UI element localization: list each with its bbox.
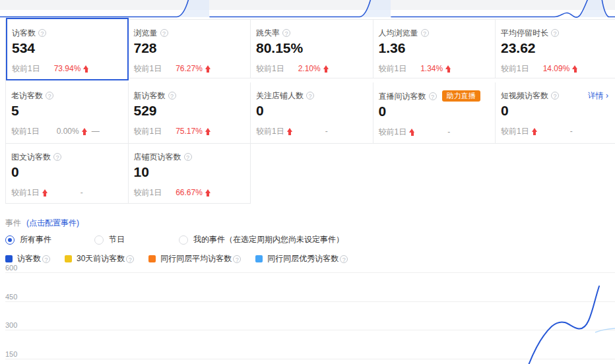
arrow-up-icon xyxy=(532,128,538,135)
help-icon[interactable] xyxy=(126,255,134,263)
legend-swatch-icon xyxy=(5,255,13,262)
ytick-450: 450 xyxy=(5,293,17,301)
help-icon[interactable] xyxy=(42,255,50,263)
arrow-up-icon xyxy=(205,128,211,135)
compare-label: 较前1日 xyxy=(134,63,162,74)
metric-card[interactable]: 跳失率 80.15% 较前1日 2.10% xyxy=(251,20,373,78)
metric-card[interactable]: 直播间访客数 助力直播 0 较前1日 - xyxy=(373,82,496,144)
radio-icon[interactable] xyxy=(94,235,104,245)
help-icon[interactable] xyxy=(429,92,437,100)
visitors-line xyxy=(528,286,599,364)
compare-label: 较前1日 xyxy=(379,127,407,137)
help-icon[interactable] xyxy=(551,29,559,37)
events-radio-group: 所有事件 节日 我的事件（在选定周期内您尚未设定事件） xyxy=(5,234,612,245)
metric-card-row: 图文访客数 0 较前1日 - 店铺页访客数 10 较前1日 66.67% xyxy=(6,144,615,204)
radio-label: 节日 xyxy=(109,234,125,245)
metric-card[interactable]: 店铺页访客数 10 较前1日 66.67% xyxy=(129,144,251,204)
metric-label: 访客数 xyxy=(12,28,36,38)
help-icon[interactable] xyxy=(184,153,192,161)
legend-item[interactable]: 30天前访客数 xyxy=(65,253,134,264)
metric-value: 0 xyxy=(11,165,123,179)
metric-value: 80.15% xyxy=(256,41,368,55)
help-icon[interactable] xyxy=(306,92,314,100)
arrow-up-icon xyxy=(445,65,451,73)
arrow-up-icon xyxy=(205,189,211,197)
compare-label: 较前1日 xyxy=(12,63,40,74)
compare-label: 较前1日 xyxy=(256,63,284,74)
metric-card[interactable]: 访客数 534 较前1日 73.94% xyxy=(6,18,129,80)
legend-label: 访客数 xyxy=(17,253,41,264)
visitors-trend-chart: 600 450 300 150 xyxy=(0,264,615,364)
metric-card[interactable]: 浏览量 728 较前1日 76.27% xyxy=(129,20,251,78)
help-icon[interactable] xyxy=(53,153,61,161)
compare-label: 较前1日 xyxy=(379,63,407,74)
change-percent: 73.94% xyxy=(54,63,81,74)
metric-value: 728 xyxy=(134,41,245,55)
ytick-300: 300 xyxy=(5,321,17,329)
compare-label: 较前1日 xyxy=(501,63,529,74)
arrow-up-icon xyxy=(205,65,211,73)
arrow-up-icon xyxy=(409,129,415,136)
legend-item[interactable]: 访客数 xyxy=(5,253,50,264)
metric-label: 人均浏览量 xyxy=(379,28,418,38)
change-percent: 0.00% xyxy=(57,126,79,136)
metric-label: 平均停留时长 xyxy=(501,28,548,38)
radio-icon[interactable] xyxy=(5,235,15,245)
no-change-dash: - xyxy=(81,187,83,198)
legend-label: 同行同层优秀访客数 xyxy=(267,253,339,264)
event-radio-option[interactable]: 所有事件 xyxy=(5,234,94,245)
help-icon[interactable] xyxy=(168,92,176,100)
metric-card[interactable]: 新访客数 529 较前1日 75.17% xyxy=(129,82,251,144)
help-icon[interactable] xyxy=(282,29,290,37)
metric-label: 图文访客数 xyxy=(11,152,51,162)
metric-card[interactable]: 图文访客数 0 较前1日 - xyxy=(6,144,129,204)
metric-card-row: 老访客数 5 较前1日 0.00% — 新访客数 529 较前1日 75.17% xyxy=(6,82,615,144)
radio-icon[interactable] xyxy=(179,235,188,245)
help-icon[interactable] xyxy=(160,29,168,37)
metric-label: 新访客数 xyxy=(134,90,166,101)
metric-value: 0 xyxy=(256,104,368,118)
trend-chart-svg: 600 450 300 150 xyxy=(0,264,615,364)
event-radio-option[interactable]: 节日 xyxy=(94,234,179,245)
legend-label: 同行同层平均访客数 xyxy=(160,253,232,264)
ytick-150: 150 xyxy=(5,350,17,358)
change-percent: 2.10% xyxy=(298,63,321,74)
change-percent: 76.27% xyxy=(176,63,203,74)
metric-card[interactable]: 老访客数 5 较前1日 0.00% — xyxy=(6,82,129,144)
empty-grid-area xyxy=(251,144,615,204)
metric-card[interactable]: 短视频访客数 详情 › 0 较前1日 - xyxy=(496,82,615,144)
help-icon[interactable] xyxy=(551,92,559,100)
detail-link[interactable]: 详情 › xyxy=(588,90,610,101)
arrow-up-icon xyxy=(287,128,293,135)
event-radio-option[interactable]: 我的事件（在选定周期内您尚未设定事件） xyxy=(179,234,344,245)
legend-label: 30天前访客数 xyxy=(77,253,125,264)
events-title: 事件 xyxy=(5,218,21,229)
y-axis-labels: 600 450 300 150 xyxy=(5,264,17,358)
live-boost-badge[interactable]: 助力直播 xyxy=(442,90,480,102)
metric-label: 直播间访客数 xyxy=(379,91,426,102)
no-change-dash: - xyxy=(570,126,573,136)
sparkline-line xyxy=(0,0,615,17)
top-trend-sparkline xyxy=(0,0,615,19)
help-icon[interactable] xyxy=(38,29,46,37)
metric-card[interactable]: 平均停留时长 23.62 较前1日 14.09% xyxy=(496,20,615,78)
metric-label: 店铺页访客数 xyxy=(134,152,181,162)
metric-value: 1.36 xyxy=(379,41,490,55)
metric-card[interactable]: 人均浏览量 1.36 较前1日 1.34% xyxy=(373,20,496,78)
metric-label: 短视频访客数 xyxy=(501,90,548,101)
metric-value: 5 xyxy=(11,104,123,118)
legend-item[interactable]: 同行同层优秀访客数 xyxy=(255,253,348,264)
legend-item[interactable]: 同行同层平均访客数 xyxy=(148,253,241,264)
help-icon[interactable] xyxy=(46,92,53,100)
sparkline-svg xyxy=(0,0,615,19)
configure-events-link[interactable]: (点击配置事件) xyxy=(26,218,79,229)
metric-value: 23.62 xyxy=(501,41,610,55)
help-icon[interactable] xyxy=(233,255,241,263)
compare-label: 较前1日 xyxy=(134,126,162,136)
metric-card[interactable]: 关注店铺人数 0 较前1日 - xyxy=(251,82,373,144)
help-icon[interactable] xyxy=(340,255,348,263)
arrow-up-icon xyxy=(323,65,329,73)
metric-value: 10 xyxy=(134,165,245,179)
change-percent: 1.34% xyxy=(420,63,443,74)
help-icon[interactable] xyxy=(421,29,429,37)
